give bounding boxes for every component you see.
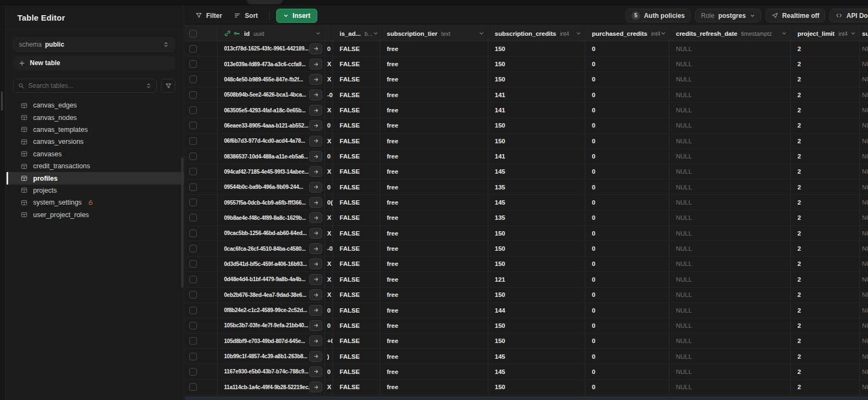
auth-policies-button[interactable]: 5 Auth policies [626,9,691,22]
row-checkbox[interactable] [189,91,197,99]
row-checkbox[interactable] [189,75,197,83]
expand-row-button[interactable] [309,366,322,377]
expand-row-button[interactable] [309,305,322,316]
sidebar-item-credit_transactions[interactable]: credit_transactions [7,160,184,172]
filter-button[interactable]: Filter [190,9,227,23]
row-checkbox[interactable] [189,106,197,114]
row-checkbox[interactable] [189,260,197,268]
expand-row-button[interactable] [309,151,322,162]
sidebar-item-canvas_nodes[interactable]: canvas_nodes [7,111,184,123]
row-checkbox[interactable] [189,368,197,376]
api-docs-button[interactable]: API Docs [829,9,868,22]
column-header-id[interactable]: iduuid [218,26,325,41]
column-header-clipped[interactable] [325,26,333,41]
refresh-date-value: NULL [676,199,692,206]
row-checkbox[interactable] [189,122,197,129]
expand-row-button[interactable] [309,351,322,362]
expand-row-button[interactable] [309,274,322,285]
purchased-credits-value: 0 [592,138,595,144]
expand-row-button[interactable] [309,212,322,223]
row-checkbox[interactable] [189,337,197,345]
uuid-value: 105d8bf9-e703-49bd-807d-645e... [224,338,305,344]
select-all-checkbox[interactable] [189,30,197,37]
sidebar-item-profiles[interactable]: profiles [7,172,184,184]
refresh-date-value: NULL [676,322,692,329]
row-checkbox[interactable] [189,199,197,206]
horizontal-scrollbar[interactable] [185,396,868,400]
search-tables-input[interactable] [28,82,142,90]
expand-row-button[interactable] [309,258,322,269]
row-checkbox[interactable] [189,291,197,299]
sort-button[interactable]: Sort [229,9,263,23]
subscription-credits-value: 150 [495,322,505,329]
cell-project-limit: 2 [791,164,860,179]
row-checkbox[interactable] [189,230,197,237]
row-checkbox[interactable] [189,307,197,314]
tables-filter-button[interactable] [161,79,175,93]
expand-row-button[interactable] [309,74,322,85]
expand-row-button[interactable] [309,105,322,116]
tier-value: free [387,291,398,298]
expand-row-button[interactable] [309,182,322,193]
row-checkbox[interactable] [189,383,197,391]
purchased-credits-value: 0 [592,353,595,360]
expand-row-button[interactable] [309,120,322,131]
sidebar-item-projects[interactable]: projects [7,185,184,196]
row-checkbox[interactable] [189,60,197,68]
expand-row-button[interactable] [309,320,322,331]
row-checkbox[interactable] [189,45,197,53]
expand-row-button[interactable] [309,197,322,208]
column-header-subscription_tier[interactable]: subscription_tiertext [380,26,488,41]
project-limit-value: 2 [797,199,801,206]
expand-row-button[interactable] [309,59,322,69]
expand-row-button[interactable] [309,228,322,239]
column-header-is_ad...[interactable]: is_ad...b... [333,26,380,41]
rail-scrollbar-thumb[interactable] [1,91,3,111]
sidebar-item-system_settings[interactable]: system_settings [7,196,184,208]
insert-button[interactable]: Insert [276,9,317,23]
expand-row-button[interactable] [309,382,322,392]
realtime-toggle-button[interactable]: Realtime off [765,9,826,22]
chevrons-up-down-icon[interactable] [145,82,152,89]
schema-select[interactable]: schema public [13,37,175,52]
cell-clipped: +0 [325,334,333,348]
expand-row-button[interactable] [309,43,322,54]
row-checkbox[interactable] [189,183,197,191]
sidebar-item-canvas_versions[interactable]: canvas_versions [7,136,184,148]
expand-row-button[interactable] [309,243,322,254]
sidebar-item-user_project_roles[interactable]: user_project_roles [7,209,184,221]
sidebar-item-canvas_templates[interactable]: canvas_templates [7,124,184,136]
new-table-button[interactable]: New table [13,56,175,70]
tier-value: free [387,199,398,206]
sidebar-item-canvas_edges[interactable]: canvas_edges [7,99,184,111]
row-checkbox[interactable] [189,245,197,252]
cell-credits-refresh-date: NULL [669,334,791,348]
column-header-su[interactable]: su [860,26,868,41]
row-checkbox[interactable] [189,137,197,145]
expand-row-button[interactable] [309,136,322,147]
role-select-button[interactable]: Role postgres [695,9,761,22]
row-checkbox[interactable] [189,276,197,283]
column-header-project_limit[interactable]: project_limitint4 [791,26,860,41]
expand-row-button[interactable] [309,335,322,346]
table-row: 0508b94b-5ee2-4626-bca1-4bca...-0FALSEfr… [185,87,868,103]
column-header-purchased_credits[interactable]: purchased_creditsint4 [585,26,669,41]
table-row: 09cac5bb-1256-46bd-ab60-64ed...XFALSEfre… [185,226,868,241]
row-checkbox[interactable] [189,322,197,329]
cell-clipped-last: NULL [860,334,868,348]
expand-row-button[interactable] [309,166,322,177]
column-header-credits_refresh_date[interactable]: credits_refresh_datetimestamptz [669,26,791,41]
row-checkbox[interactable] [189,353,197,360]
expand-row-button[interactable] [309,90,322,100]
table-row: 1167e930-e5b0-43b7-b74c-788c9...0FALSEfr… [185,364,868,379]
expand-row-button[interactable] [309,289,322,300]
sidebar-item-canvases[interactable]: canvases [7,148,184,160]
row-checkbox[interactable] [189,153,197,160]
project-limit-value: 2 [797,61,801,67]
table-row: 013e039a-fd89-473a-a3c6-ccfa9...XFALSEfr… [185,56,868,72]
cell-id: 09cac5bb-1256-46bd-ab60-64ed... [218,226,325,240]
row-checkbox[interactable] [189,214,197,221]
column-header-subscription_credits[interactable]: subscription_creditsint4 [488,26,585,41]
sidebar-scrollbar-thumb[interactable] [181,157,183,288]
row-checkbox[interactable] [189,168,197,175]
